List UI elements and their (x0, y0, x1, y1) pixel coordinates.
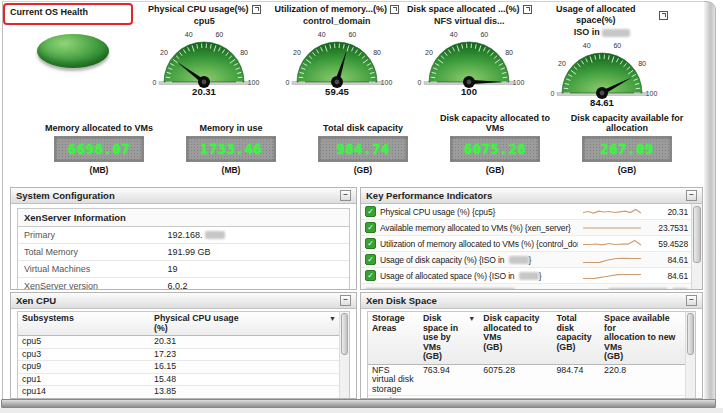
svg-text:0: 0 (285, 79, 289, 86)
table-row: NFS virtual disk storage763.946075.28984… (368, 365, 686, 397)
collapse-icon[interactable]: − (340, 295, 351, 306)
column-header[interactable]: Physical CPU usage (%)▼ (150, 312, 340, 335)
led-title: Total disk capacity (303, 112, 423, 133)
xen-disk-space-panel: Xen Disk Space − Storage AreasDisk space… (360, 292, 703, 399)
svg-text:80: 80 (505, 49, 513, 56)
config-row: XenServer version6.0.2 (18, 278, 349, 290)
scrollbar-thumb[interactable] (693, 206, 701, 263)
gauge-subtitle: cpu5 (138, 16, 271, 27)
table-cell: 763.94 (419, 365, 479, 396)
kpi-scrollbar[interactable] (691, 204, 702, 289)
system-configuration-panel: System Configuration − XenServer Informa… (10, 187, 357, 290)
page-background (0, 408, 723, 413)
svg-text:80: 80 (373, 49, 381, 56)
svg-text:40: 40 (185, 31, 193, 38)
redacted-text (509, 256, 529, 264)
table-cell: cpu5 (18, 336, 150, 348)
panel-title: Xen CPU (16, 295, 56, 306)
gauge-2: Utilization of memory...(%)control_domai… (271, 4, 404, 110)
redacted-text (519, 272, 539, 280)
config-rows: Primary192.168.Total Memory191.99 GBVirt… (18, 227, 349, 290)
svg-text:40: 40 (318, 31, 326, 38)
panel-title: System Configuration (16, 190, 115, 201)
svg-text:100: 100 (461, 86, 477, 97)
check-icon: ✓ (365, 254, 376, 265)
gauge-subtitle-text: ISO in (574, 27, 600, 38)
svg-text:100: 100 (248, 79, 260, 86)
kpi-sparkline (582, 270, 642, 282)
table-cell: cpu9 (18, 361, 150, 373)
kpi-label: Physical CPU usage (%) {cpu5} (380, 207, 578, 217)
os-health-status-disc[interactable] (37, 34, 109, 68)
popout-icon[interactable] (252, 5, 261, 14)
kpi-label: Available memory allocated to VMs (%) {x… (380, 223, 578, 233)
svg-text:20: 20 (160, 49, 168, 56)
table-scrollbar[interactable] (685, 312, 695, 399)
column-header[interactable]: Disk space in use by VMs (GB)▼ (419, 312, 479, 364)
svg-text:60: 60 (216, 31, 224, 38)
check-icon: ✓ (365, 238, 376, 249)
led-unit-label: (GB) (567, 165, 687, 175)
led-unit-label: (MB) (171, 165, 291, 175)
svg-text:60: 60 (481, 31, 489, 38)
svg-text:60: 60 (348, 31, 356, 38)
column-header: Total disk capacity (GB) (552, 312, 600, 364)
kpi-row: ✓Usage of allocated space (%) {ISO in }8… (361, 268, 692, 284)
table-scrollbar[interactable] (339, 312, 349, 399)
scrollbar-thumb[interactable] (687, 313, 694, 355)
xen-cpu-table: SubsystemsPhysical CPU usage (%)▼cpu520.… (17, 311, 350, 399)
kpi-sparkline (582, 206, 642, 218)
collapse-icon[interactable]: − (686, 295, 697, 306)
column-header-label: Space available for allocation to new VM… (604, 314, 682, 362)
table-row: cpu1413.85 (18, 386, 340, 399)
config-row: Virtual Machines19 (18, 261, 349, 278)
table-header-row: SubsystemsPhysical CPU usage (%)▼ (18, 312, 340, 336)
popout-icon[interactable] (523, 5, 532, 14)
gauge-row: Physical CPU usage(%)cpu502040608010020.… (138, 4, 668, 110)
popout-icon[interactable] (659, 11, 668, 20)
sort-desc-icon[interactable]: ▼ (327, 314, 336, 323)
svg-text:60: 60 (613, 42, 621, 49)
check-icon: ✓ (365, 270, 376, 281)
gauge-subtitle-text: control_domain (303, 16, 371, 27)
svg-text:20: 20 (558, 60, 566, 67)
led-unit-label: (GB) (303, 165, 423, 175)
kpi-row: ✓Available memory allocated to VMs (%) {… (361, 220, 692, 236)
kpi-value: 20.31 (646, 207, 688, 217)
led-value: 6075.28 (464, 141, 527, 157)
svg-text:80: 80 (638, 60, 646, 67)
gauge-subtitle: control_domain (271, 16, 404, 27)
collapse-icon[interactable]: − (340, 190, 351, 201)
led-display-5: Disk capacity available for allocation26… (561, 112, 693, 186)
led-display-3: Total disk capacity984.74(GB) (297, 112, 429, 186)
collapse-icon[interactable]: − (686, 190, 697, 201)
led-row: Memory allocated to VMs6698.07(MB)Memory… (33, 112, 693, 186)
gauge-title: Utilization of memory...(%) (271, 4, 404, 15)
kpi-label-suffix: } (529, 255, 532, 265)
sort-desc-icon[interactable]: ▼ (466, 314, 475, 323)
svg-text:100: 100 (513, 79, 525, 86)
kpi-label: Utilization of memory allocated to VMs (… (380, 239, 578, 249)
column-header: Disk capacity allocated to VMs (GB) (479, 312, 552, 364)
gauge-title-text: Physical CPU usage(%) (148, 4, 249, 15)
svg-text:100: 100 (645, 90, 657, 97)
gauge-title: Disk space allocated ...(%) (403, 4, 536, 15)
config-row: Total Memory191.99 GB (18, 244, 349, 261)
current-os-health-label: Current OS Health (10, 7, 88, 17)
led-value: 267.09 (600, 141, 654, 157)
table-cell: 6075.28 (479, 365, 552, 396)
config-row: Primary192.168. (18, 227, 349, 244)
popout-icon[interactable] (390, 5, 399, 14)
gauge-title: Physical CPU usage(%) (138, 4, 271, 15)
svg-text:20: 20 (425, 49, 433, 56)
scrollbar-thumb[interactable] (341, 313, 348, 355)
led-value: 1733.46 (200, 141, 263, 157)
table-row: cpu520.31 (18, 336, 340, 349)
window-bottom-bar[interactable] (1, 399, 716, 408)
panel-header: Xen Disk Space − (361, 293, 702, 309)
table-cell: cpu3 (18, 349, 150, 361)
config-label: Virtual Machines (24, 264, 168, 275)
gauge-title-text: Disk space allocated ...(%) (407, 4, 520, 15)
column-header: Storage Areas (368, 312, 419, 364)
gauge-subtitle-text: NFS virtual dis... (434, 16, 505, 27)
